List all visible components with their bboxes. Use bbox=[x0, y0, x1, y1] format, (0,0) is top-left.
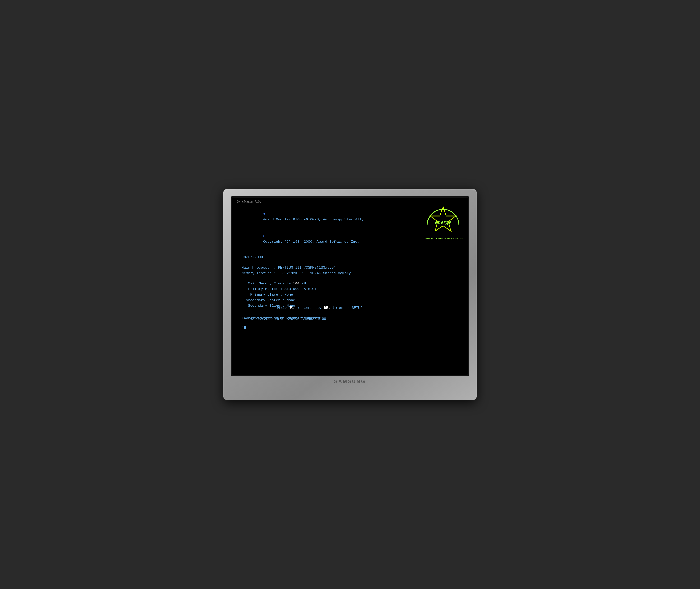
press-prefix: Press bbox=[277, 306, 290, 310]
monitor-bezel: SyncMaster 710v energy EPA POLLUTION PRE… bbox=[231, 196, 469, 376]
bios-pslave-line: Primary Slave : None bbox=[242, 292, 458, 298]
bios-mem-clock-line: Main Memory Clock is 100 MHz bbox=[242, 281, 458, 286]
bios-line1-text: Award Modular BIOS v6.00PG, An Energy St… bbox=[263, 218, 364, 221]
samsung-brand-label: SAMSUNG bbox=[231, 376, 469, 384]
bios-cursor-line: - bbox=[242, 324, 458, 330]
bios-date: 08/07/2000 bbox=[242, 255, 458, 260]
bios-processor-line: Main Processor : PENTIUM III 733MHz(133x… bbox=[242, 265, 458, 271]
press-setup: to enter SETUP bbox=[330, 306, 363, 310]
bios-pmaster-line: Primary Master : ST3160023A 8.01 bbox=[242, 286, 458, 292]
bios-output: ● Award Modular BIOS v6.00PG, An Energy … bbox=[242, 206, 458, 330]
bios-bottom-section: Press F1 to continue, DEL to enter SETUP… bbox=[251, 300, 363, 322]
bios-line-1: ● Award Modular BIOS v6.00PG, An Energy … bbox=[242, 206, 458, 228]
bios-pslave-label: Primary Slave : bbox=[250, 292, 284, 297]
monitor-screen: SyncMaster 710v energy EPA POLLUTION PRE… bbox=[232, 198, 468, 375]
bios-line-2: ➤ Copyright (C) 1984-2000, Award Softwar… bbox=[242, 228, 458, 250]
bios-pslave-value: None bbox=[284, 292, 293, 297]
monitor-outer: SyncMaster 710v energy EPA POLLUTION PRE… bbox=[223, 189, 477, 400]
press-continue: to continue, bbox=[294, 306, 324, 310]
bios-memory-value: 392192K OK + 1024K Shared Memory bbox=[282, 271, 351, 275]
monitor-model-label: SyncMaster 710v bbox=[237, 200, 261, 203]
bios-processor-label: Main Processor : bbox=[242, 266, 278, 270]
bios-mem-clock-value: 100 bbox=[293, 281, 299, 285]
bios-memory-line: Memory Testing : 392192K OK + 1024K Shar… bbox=[242, 271, 458, 276]
bios-press-f1-line: Press F1 to continue, DEL to enter SETUP bbox=[251, 300, 363, 317]
bios-memory-label: Memory Testing : bbox=[242, 271, 282, 275]
bios-string: 08/07/2000-i815-47B27X-JV69RC2CC-00 bbox=[251, 317, 363, 322]
bios-pmaster-value: ST3160023A 8.01 bbox=[284, 287, 317, 291]
del-key: DEL bbox=[324, 306, 330, 310]
bios-pmaster-label: Primary Master : bbox=[248, 287, 284, 291]
bios-mem-clock-prefix: Main Memory Clock is bbox=[248, 281, 293, 285]
bios-line2-text: Copyright (C) 1984-2000, Award Software,… bbox=[263, 240, 360, 244]
bios-mem-clock-suffix: MHz bbox=[299, 281, 308, 285]
bios-processor-value: PENTIUM III 733MHz(133x5.5) bbox=[278, 266, 336, 270]
cursor-blink bbox=[244, 326, 246, 330]
f1-key: F1 bbox=[290, 306, 294, 310]
